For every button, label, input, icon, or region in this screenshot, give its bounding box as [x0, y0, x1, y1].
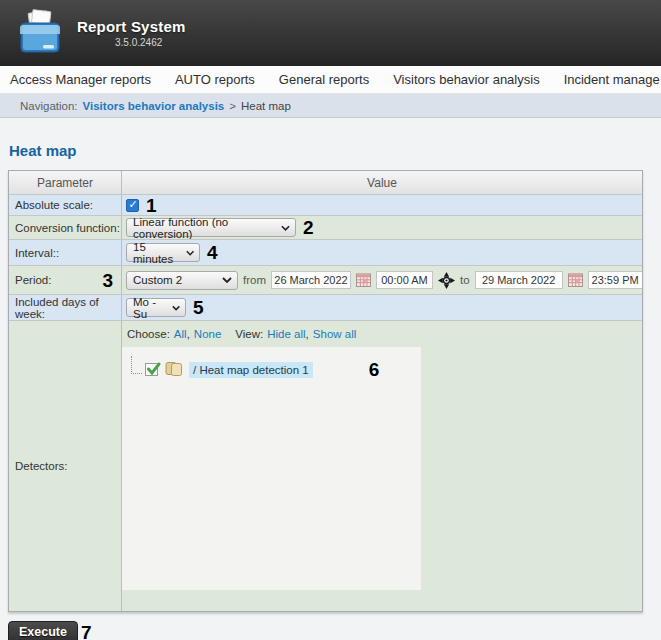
execute-button[interactable]: Execute — [8, 621, 78, 640]
nav-general-reports[interactable]: General reports — [279, 72, 369, 87]
detector-folder-icon — [165, 360, 183, 380]
breadcrumb-prefix: Navigation: — [20, 100, 78, 112]
view-label: View: — [235, 328, 263, 340]
breadcrumb-separator: > — [229, 100, 236, 112]
included-days-label: Included days of week: — [9, 295, 122, 320]
row-detectors: Detectors: Choose: All , None View: Hide… — [9, 320, 642, 611]
annotation-1: 1 — [146, 196, 157, 215]
annotation-2: 2 — [303, 218, 314, 237]
detectors-links-line: Choose: All , None View: Hide all , Show… — [122, 321, 356, 340]
annotation-6: 6 — [369, 360, 380, 379]
period-from-time-input[interactable]: 00:00 AM — [376, 271, 433, 289]
content-area: Heat map Parameter Value Absolute scale:… — [0, 118, 661, 640]
row-interval: Interval:: 15 minutes 4 — [9, 239, 642, 265]
page-title: Heat map — [8, 118, 653, 170]
footer: Execute 7 — [8, 612, 653, 640]
chevron-down-icon — [186, 250, 194, 256]
row-period: Period: 3 Custom 2 from 26 March 2022 00… — [9, 265, 642, 294]
nav-incident-management[interactable]: Incident manage — [564, 72, 660, 87]
tree-item-heat-map-detection: / Heat map detection 1 6 — [122, 356, 421, 383]
calendar-icon[interactable] — [568, 273, 583, 287]
nav-visitors-behavior-analysis[interactable]: Visitors behavior analysis — [393, 72, 539, 87]
interval-select[interactable]: 15 minutes — [126, 243, 200, 262]
included-days-select[interactable]: Mo - Su — [126, 298, 186, 317]
choose-none-link[interactable]: None — [194, 328, 222, 340]
chevron-down-icon — [172, 305, 180, 311]
comma: , — [187, 328, 190, 340]
included-days-value: Mo - Su — [133, 296, 166, 320]
breadcrumb-current: Heat map — [241, 100, 291, 112]
breadcrumb-link-visitors-behavior[interactable]: Visitors behavior analysis — [83, 100, 225, 112]
detectors-tree-panel: / Heat map detection 1 6 — [122, 347, 421, 590]
detector-tree-item-label[interactable]: / Heat map detection 1 — [189, 362, 313, 378]
conversion-function-label: Conversion function: — [9, 216, 122, 239]
calendar-icon[interactable] — [356, 273, 371, 287]
check-icon — [146, 361, 162, 377]
period-preset-select[interactable]: Custom 2 — [126, 271, 238, 290]
app-title-block: Report System 3.5.0.2462 — [77, 18, 185, 48]
comma: , — [306, 328, 309, 340]
crosshair-time-picker-icon[interactable] — [438, 272, 455, 289]
period-preset-value: Custom 2 — [133, 274, 182, 286]
app-header: Report System 3.5.0.2462 — [0, 0, 661, 66]
column-header-value: Value — [122, 171, 642, 194]
chevron-down-icon — [281, 225, 290, 231]
app-title: Report System — [77, 18, 185, 35]
annotation-4: 4 — [207, 243, 218, 262]
period-to-label: to — [460, 274, 470, 286]
parameters-table: Parameter Value Absolute scale: 1 Conver… — [8, 170, 643, 612]
period-to-date-input[interactable]: 29 March 2022 — [475, 271, 563, 289]
breadcrumb: Navigation: Visitors behavior analysis >… — [0, 94, 661, 118]
app-version: 3.5.0.2462 — [115, 37, 185, 48]
period-from-label: from — [243, 274, 266, 286]
conversion-function-value: Linear function (no conversion) — [133, 216, 275, 239]
period-label: Period: — [15, 274, 51, 286]
view-show-all-link[interactable]: Show all — [313, 328, 356, 340]
table-header-row: Parameter Value — [9, 171, 642, 194]
nav-auto-reports[interactable]: AUTO reports — [175, 72, 255, 87]
view-hide-all-link[interactable]: Hide all — [267, 328, 305, 340]
detector-checkbox[interactable] — [145, 363, 158, 376]
detectors-label: Detectors: — [9, 321, 122, 611]
app-logo-icon — [17, 9, 63, 57]
choose-all-link[interactable]: All — [174, 328, 187, 340]
row-included-days: Included days of week: Mo - Su 5 — [9, 294, 642, 320]
row-conversion-function: Conversion function: Linear function (no… — [9, 215, 642, 239]
period-to-time-input[interactable]: 23:59 PM — [588, 271, 642, 289]
chevron-down-icon — [222, 277, 232, 283]
period-from-date-input[interactable]: 26 March 2022 — [271, 271, 351, 289]
nav-access-manager-reports[interactable]: Access Manager reports — [10, 72, 151, 87]
column-header-parameter: Parameter — [9, 171, 122, 194]
absolute-scale-label: Absolute scale: — [9, 195, 122, 215]
annotation-3: 3 — [102, 271, 113, 290]
row-absolute-scale: Absolute scale: 1 — [9, 194, 642, 215]
interval-value: 15 minutes — [133, 241, 180, 265]
annotation-5: 5 — [193, 298, 204, 317]
absolute-scale-checkbox[interactable] — [126, 199, 139, 212]
main-menu: Access Manager reports AUTO reports Gene… — [0, 66, 661, 94]
tree-connector — [131, 356, 142, 374]
annotation-7: 7 — [81, 623, 92, 640]
interval-label: Interval:: — [9, 240, 122, 265]
conversion-function-select[interactable]: Linear function (no conversion) — [126, 218, 296, 237]
choose-label: Choose: — [127, 328, 170, 340]
